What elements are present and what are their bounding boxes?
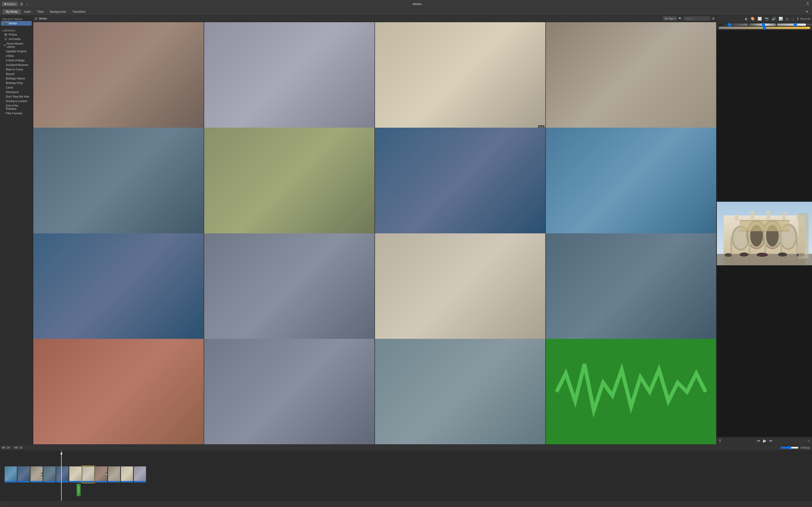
color-wheels-button[interactable]: 🎨 <box>750 16 756 21</box>
skip-back-button[interactable]: ⏮ <box>757 439 760 443</box>
sidebar-item-home-movies[interactable]: ▾ Home Movies Library <box>1 42 32 49</box>
timeline-clip-8[interactable]: ▶◀ <box>95 466 107 483</box>
media-thumb-4[interactable] <box>546 22 716 128</box>
auckland-museum-label: Auckland Museum <box>6 63 28 66</box>
tab-backgrounds[interactable]: Backgrounds <box>47 9 69 14</box>
thumb-image-16 <box>546 339 716 444</box>
search-input[interactable] <box>683 16 711 20</box>
sidebar-item-bicycle[interactable]: Bicycle <box>1 72 32 76</box>
media-thumb-15[interactable] <box>375 339 545 444</box>
timeline-clip-1[interactable] <box>5 466 17 483</box>
media-thumb-11[interactable] <box>375 233 545 340</box>
info-button[interactable]: ℹ <box>796 16 799 21</box>
grid-view-button[interactable]: ⊟ <box>35 17 37 20</box>
midtone-slider[interactable] <box>749 23 776 26</box>
stabilization-button[interactable]: ◎ <box>785 16 789 21</box>
timeline-clip-6[interactable] <box>69 466 82 483</box>
color-correction-button[interactable]: ◐ <box>744 16 749 21</box>
timeline-zoom-slider[interactable] <box>780 446 799 450</box>
canal-label: Canal <box>6 86 13 89</box>
magic-wand-button[interactable]: ✦ <box>805 9 809 14</box>
media-thumb-2[interactable] <box>204 22 374 128</box>
sidebar-item-birthday-helium[interactable]: Birthday Helium <box>1 76 32 81</box>
reset-all-button[interactable]: Reset All <box>801 17 810 20</box>
timeline: ▶◀ ▶◀ <box>0 451 812 501</box>
sidebar-item-a-bear[interactable]: A Bear <box>1 54 32 58</box>
download-button[interactable]: ↓ <box>25 2 29 7</box>
saturation-slider[interactable] <box>719 27 810 29</box>
thumb-image-9 <box>33 233 204 340</box>
timeline-clip-11[interactable] <box>134 466 146 483</box>
a-bear-label: A Bear <box>6 54 14 57</box>
microphone-button[interactable]: 🎙 <box>719 439 722 443</box>
media-thumb-10[interactable] <box>204 233 374 340</box>
sidebar-item-dont-stop-me-now[interactable]: Don't Stop Me Now <box>1 94 32 99</box>
timeline-audio-clip[interactable] <box>77 484 81 496</box>
media-thumb-3[interactable]: 20.6s <box>375 22 545 128</box>
media-title: Venice <box>39 17 47 20</box>
tab-audio[interactable]: Audio <box>21 9 34 14</box>
sidebar-item-fete-forraine[interactable]: Fête Forraine <box>1 111 32 116</box>
timeline-clip-5[interactable] <box>56 466 69 483</box>
media-thumb-7[interactable] <box>375 128 545 234</box>
timeline-clip-2[interactable] <box>17 466 30 483</box>
sidebar-item-photos[interactable]: 📷 Photos <box>1 33 32 37</box>
sidebar-item-all-events[interactable]: ➕ All Events <box>1 37 32 42</box>
media-thumb-16[interactable] <box>546 339 716 444</box>
skip-forward-button[interactable]: ⏭ <box>769 439 773 443</box>
media-thumb-13[interactable] <box>33 339 204 444</box>
play-button[interactable]: ▶ <box>763 438 766 443</box>
timeline-settings-button[interactable]: Settings <box>801 446 810 449</box>
tab-my-media[interactable]: My Media <box>3 9 21 14</box>
clip-thumb-5 <box>56 466 68 482</box>
sidebar-item-dinosaurs[interactable]: Dinosaurs! <box>1 90 32 94</box>
photos-label: Photos <box>9 33 17 36</box>
thumb-image-11 <box>375 233 545 340</box>
clip-filter-button[interactable]: All Clips ▾ <box>663 16 677 20</box>
timeline-clip-3[interactable]: ▶◀ <box>30 466 43 483</box>
color-reset-button[interactable]: Reset <box>807 23 812 26</box>
media-thumb-8[interactable] <box>546 128 716 234</box>
sidebar-item-back-to-camp[interactable]: Back to Camp <box>1 67 32 72</box>
clip-audio-bar-10 <box>121 481 133 482</box>
audio-button[interactable]: 🔊 <box>771 16 777 21</box>
media-thumb-12[interactable] <box>546 233 716 340</box>
media-thumb-5[interactable] <box>33 128 204 234</box>
sidebar-item-birthday-party[interactable]: Birthday Party <box>1 81 32 85</box>
sidebar-item-kind-of-magic[interactable]: A Kind of Magic <box>1 58 32 63</box>
projects-label: Projects <box>7 3 16 5</box>
timeline-clip-10[interactable] <box>121 466 133 483</box>
sidebar-item-updated-projects[interactable]: Updated Projects <box>1 49 32 54</box>
media-thumb-14[interactable] <box>204 339 374 444</box>
thumb-image-2 <box>204 22 374 128</box>
timeline-clip-4[interactable] <box>43 466 56 483</box>
venice-preview-image <box>717 30 812 437</box>
tab-titles[interactable]: Titles <box>34 9 47 14</box>
projects-button[interactable]: ◀ Projects <box>2 2 18 6</box>
media-thumb-9[interactable] <box>33 233 204 340</box>
timeline-clip-9[interactable] <box>108 466 120 483</box>
sidebar-item-venice[interactable]: 🎬 Venice <box>1 21 32 25</box>
media-thumb-6[interactable] <box>204 128 374 234</box>
tab-transitions[interactable]: Transitions <box>69 9 89 14</box>
sidebar-item-driving-to-london[interactable]: Driving to London <box>1 99 32 103</box>
crop-button[interactable]: ⬜ <box>757 16 763 21</box>
share-button[interactable] <box>805 2 810 7</box>
sidebar-item-auckland-museum[interactable]: Auckland Museum <box>1 63 32 67</box>
timeline-clip-7[interactable] <box>82 466 95 483</box>
speed-button[interactable]: 📊 <box>778 16 784 21</box>
svg-point-29 <box>757 253 768 257</box>
shadow-slider[interactable] <box>719 23 748 26</box>
camera-button[interactable]: 📷 <box>764 16 770 21</box>
noise-reduction-button[interactable]: ◌ <box>791 16 795 21</box>
split-view-button[interactable]: ⊞ <box>19 1 24 7</box>
fullscreen-button[interactable]: ⤡ <box>807 439 810 443</box>
media-thumb-1[interactable] <box>33 22 204 128</box>
current-time: 00:20 <box>2 446 10 449</box>
svg-point-27 <box>725 253 731 257</box>
sidebar-item-canal[interactable]: Canal <box>1 85 32 90</box>
birthday-helium-label: Birthday Helium <box>6 77 25 80</box>
sidebar-item-end-of-rainbow[interactable]: End of the Rainbow <box>1 103 32 111</box>
media-settings-button[interactable]: ⚙ <box>712 17 715 20</box>
highlight-slider[interactable] <box>777 23 806 26</box>
